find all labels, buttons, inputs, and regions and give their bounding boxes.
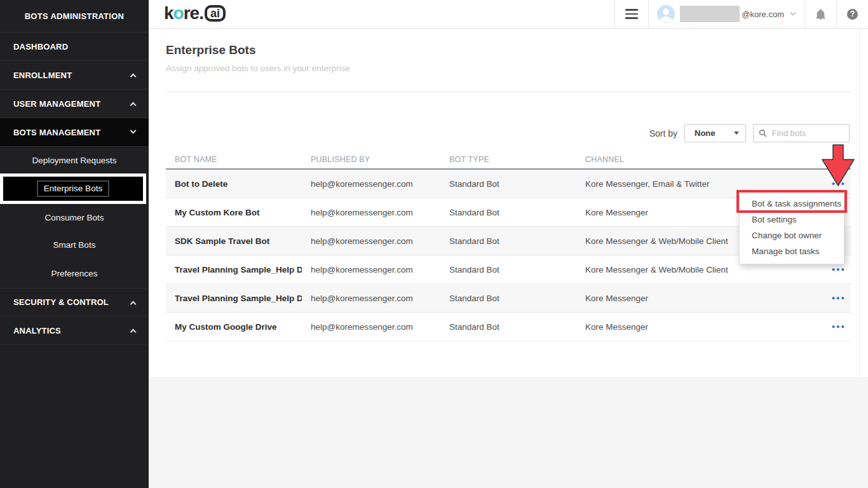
- published-by: help@koremessenger.com: [302, 208, 440, 217]
- table-header-row: BOT NAME PUBLISHED BY BOT TYPE CHANNEL: [166, 150, 851, 170]
- bot-name: SDK Sample Travel Bot: [166, 236, 302, 246]
- chevron-up-icon: [130, 102, 137, 109]
- bell-icon: [815, 8, 827, 20]
- published-by: help@koremessenger.com: [302, 322, 440, 332]
- dropdown-caret-icon: [734, 132, 739, 135]
- channel: Kore Messenger: [576, 294, 822, 303]
- bot-name: Bot to Delete: [166, 179, 302, 189]
- list-toolbar: Sort by None: [649, 124, 850, 142]
- bot-name: My Custom Google Drive: [166, 322, 302, 332]
- sidebar-item-label: ENROLLMENT: [13, 71, 72, 80]
- notifications-button[interactable]: [805, 0, 836, 28]
- menu-item-bot-settings[interactable]: Bot settings: [740, 212, 844, 227]
- sidebar-subitem-consumer-bots[interactable]: Consumer Bots: [0, 204, 149, 231]
- bot-type: Standard Bot: [440, 322, 576, 332]
- sidebar-subitem-label: Preferences: [51, 269, 98, 278]
- chevron-down-icon: [130, 128, 137, 134]
- redacted-username: [680, 6, 740, 22]
- topbar-right-cluster: @kore.com ?: [614, 0, 868, 28]
- chevron-up-icon: [130, 301, 137, 307]
- more-actions-button[interactable]: ●●●: [822, 266, 851, 273]
- user-account-button[interactable]: @kore.com: [649, 0, 804, 28]
- sidebar-subitem-enterprise-bots-selected[interactable]: Enterprise Bots: [0, 173, 146, 204]
- menu-item-bot-task-assignments[interactable]: Bot & task assignments: [740, 196, 844, 212]
- chevron-up-icon: [130, 74, 137, 80]
- sidebar-subitem-preferences[interactable]: Preferences: [0, 259, 149, 288]
- sidebar-item-dashboard[interactable]: DASHBOARD: [0, 32, 149, 61]
- sort-by-label: Sort by: [649, 128, 677, 139]
- sidebar-item-label: USER MANAGEMENT: [13, 99, 100, 109]
- logo-text: k: [164, 3, 173, 24]
- published-by: help@koremessenger.com: [302, 179, 440, 189]
- page-title: Enterprise Bots: [166, 43, 255, 57]
- divider: [859, 29, 860, 377]
- menu-icon[interactable]: [615, 0, 648, 28]
- divider: [166, 92, 851, 92]
- topbar: kore. ai @kore.com ?: [149, 0, 868, 29]
- row-actions-context-menu: Bot & task assignments Bot settings Chan…: [739, 192, 844, 264]
- sidebar-item-label: SECURITY & CONTROL: [13, 297, 109, 307]
- column-header-bot-name: BOT NAME: [166, 155, 302, 164]
- sidebar-item-enrollment[interactable]: ENROLLMENT: [0, 61, 149, 90]
- sort-by-value: None: [695, 128, 715, 138]
- more-actions-button[interactable]: ●●●: [822, 295, 851, 301]
- sidebar-title: BOTS ADMINISTRATION: [0, 0, 149, 32]
- bot-type: Standard Bot: [440, 179, 576, 189]
- sidebar-subitem-label: Consumer Bots: [44, 213, 104, 222]
- sidebar-item-bots-management[interactable]: BOTS MANAGEMENT: [0, 118, 149, 147]
- more-actions-button[interactable]: ●●●: [822, 180, 851, 187]
- sidebar-item-security-control[interactable]: SECURITY & CONTROL: [0, 288, 149, 316]
- chevron-down-icon: [790, 10, 796, 15]
- sidebar-subitem-deployment-requests[interactable]: Deployment Requests: [0, 147, 149, 173]
- column-header-published-by: PUBLISHED BY: [302, 155, 440, 164]
- logo-ai-badge: ai: [205, 5, 226, 22]
- sidebar-item-analytics[interactable]: ANALYTICS: [0, 316, 149, 345]
- sidebar-item-label: BOTS MANAGEMENT: [13, 128, 100, 137]
- menu-item-change-bot-owner[interactable]: Change bot owner: [740, 227, 844, 243]
- user-email: @kore.com: [742, 10, 784, 19]
- bot-type: Standard Bot: [440, 294, 576, 303]
- sidebar: BOTS ADMINISTRATION DASHBOARD ENROLLMENT…: [0, 0, 149, 488]
- table-row: Travel Planning Sample_Help D... help@ko…: [166, 284, 851, 313]
- published-by: help@koremessenger.com: [302, 265, 440, 274]
- bot-name: Travel Planning Sample_Help D...: [166, 294, 302, 303]
- bot-name: Travel Planning Sample_Help D...: [166, 265, 302, 274]
- published-by: help@koremessenger.com: [302, 236, 440, 246]
- main-content: Enterprise Bots Assign approved bots to …: [149, 29, 868, 377]
- logo-text: re: [184, 3, 199, 24]
- help-icon: ?: [847, 9, 858, 20]
- column-header-channel: CHANNEL: [576, 155, 822, 164]
- logo-dot: .: [199, 3, 203, 24]
- search-input[interactable]: [771, 128, 844, 139]
- sort-by-dropdown[interactable]: None: [684, 124, 746, 142]
- chevron-up-icon: [130, 329, 137, 336]
- person-icon: [657, 5, 675, 23]
- published-by: help@koremessenger.com: [302, 294, 440, 303]
- sidebar-subitem-label: Enterprise Bots: [37, 180, 109, 197]
- avatar: [657, 5, 675, 23]
- bot-type: Standard Bot: [440, 265, 576, 274]
- bot-type: Standard Bot: [440, 208, 576, 217]
- channel: Kore Messenger & Web/Mobile Client: [576, 265, 822, 274]
- page-subtitle: Assign approved bots to users in your en…: [166, 64, 350, 73]
- sidebar-item-user-management[interactable]: USER MANAGEMENT: [0, 90, 149, 118]
- channel: Kore Messenger: [576, 322, 822, 332]
- logo-o: o: [173, 3, 184, 24]
- kore-ai-logo[interactable]: kore. ai: [164, 3, 226, 24]
- more-actions-button[interactable]: ●●●: [822, 323, 851, 330]
- help-button[interactable]: ?: [837, 0, 868, 28]
- sidebar-subitem-label: Smart Bots: [53, 240, 96, 250]
- table-row: My Custom Google Drive help@koremessenge…: [166, 313, 851, 341]
- sidebar-subitem-smart-bots[interactable]: Smart Bots: [0, 231, 149, 259]
- sidebar-subitem-label: Deployment Requests: [32, 156, 117, 165]
- sidebar-item-label: DASHBOARD: [13, 42, 68, 51]
- find-bots-searchbox: [753, 124, 850, 142]
- search-icon: [759, 128, 767, 138]
- menu-item-manage-bot-tasks[interactable]: Manage bot tasks: [740, 243, 844, 259]
- column-header-bot-type: BOT TYPE: [440, 155, 576, 164]
- bot-name: My Custom Kore Bot: [166, 208, 302, 217]
- sidebar-item-label: ANALYTICS: [13, 326, 61, 336]
- channel: Kore Messenger, Email & Twitter: [576, 179, 822, 189]
- bot-type: Standard Bot: [440, 236, 576, 246]
